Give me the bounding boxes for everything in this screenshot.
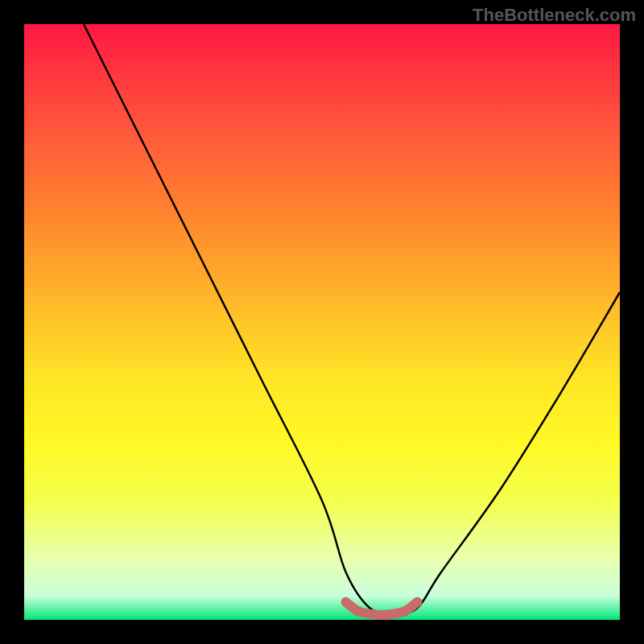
chart-plot-area (24, 24, 620, 620)
main-curve-line (84, 24, 620, 614)
watermark-text: TheBottleneck.com (473, 5, 636, 26)
bottom-marker-segment (346, 602, 418, 615)
chart-svg (24, 24, 620, 620)
